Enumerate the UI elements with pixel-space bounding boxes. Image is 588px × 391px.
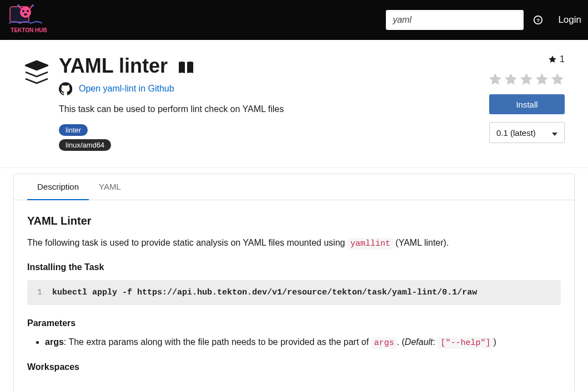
version-selected-label: 0.1 (latest) <box>496 128 536 138</box>
svg-point-2 <box>22 10 24 12</box>
svg-point-3 <box>27 10 29 12</box>
star-icon <box>519 72 534 87</box>
inline-code: args <box>371 337 397 349</box>
content-card: Description YAML YAML Linter The followi… <box>13 174 575 391</box>
category-tag[interactable]: linter <box>59 124 88 136</box>
star-icon <box>535 72 549 87</box>
chevron-down-icon <box>552 128 557 138</box>
star-icon <box>550 72 565 87</box>
svg-point-4 <box>24 13 27 16</box>
svg-point-5 <box>17 4 19 7</box>
github-link[interactable]: Open yaml-lint in Github <box>79 84 174 94</box>
content-intro: The following task is used to provide st… <box>27 236 561 250</box>
tab-content: YAML Linter The following task is used t… <box>14 200 574 391</box>
task-kind-icon <box>23 59 50 85</box>
code-text: kubectl apply -f https://api.hub.tekton.… <box>52 288 477 297</box>
version-select[interactable]: 0.1 (latest) <box>489 122 565 143</box>
star-icon <box>504 72 518 87</box>
login-link[interactable]: Login <box>558 14 581 26</box>
tekton-hub-logo[interactable]: TEKTON HUB <box>4 4 53 35</box>
install-heading: Installing the Task <box>27 262 561 272</box>
content-title: YAML Linter <box>27 215 561 227</box>
parameters-list: args: The extra params along with the fi… <box>27 335 561 350</box>
star-rating[interactable] <box>488 72 565 87</box>
list-item: args: The extra params along with the fi… <box>45 335 561 350</box>
svg-point-1 <box>20 7 31 18</box>
svg-text:TEKTON HUB: TEKTON HUB <box>11 27 47 33</box>
star-count: 1 <box>548 54 565 64</box>
star-count-value: 1 <box>560 54 565 64</box>
code-line-number: 1 <box>37 288 42 297</box>
inline-code: ["--help"] <box>438 337 493 349</box>
search-input[interactable] <box>386 10 524 30</box>
svg-point-6 <box>32 4 34 7</box>
task-header: YAML linter Open yaml-lint in Github Thi… <box>0 40 588 168</box>
tabs: Description YAML <box>14 174 574 200</box>
inline-code: yamllint <box>348 238 393 250</box>
star-icon <box>548 55 557 64</box>
tab-yaml[interactable]: YAML <box>89 174 131 200</box>
task-description: This task can be used to perform lint ch… <box>59 104 487 114</box>
task-title: YAML linter <box>59 54 168 78</box>
star-icon <box>488 72 502 87</box>
tab-description[interactable]: Description <box>27 174 89 200</box>
workspaces-heading: Workspaces <box>27 362 561 372</box>
help-icon[interactable]: ? <box>532 14 544 26</box>
parameters-heading: Parameters <box>27 318 561 328</box>
code-block: 1 kubectl apply -f https://api.hub.tekto… <box>27 280 561 305</box>
catalog-icon <box>178 60 194 74</box>
github-icon <box>59 82 72 95</box>
svg-text:?: ? <box>536 17 540 23</box>
install-button[interactable]: Install <box>489 94 565 114</box>
platform-tag[interactable]: linux/amd64 <box>59 139 111 151</box>
app-header: TEKTON HUB ? Login <box>0 0 588 40</box>
